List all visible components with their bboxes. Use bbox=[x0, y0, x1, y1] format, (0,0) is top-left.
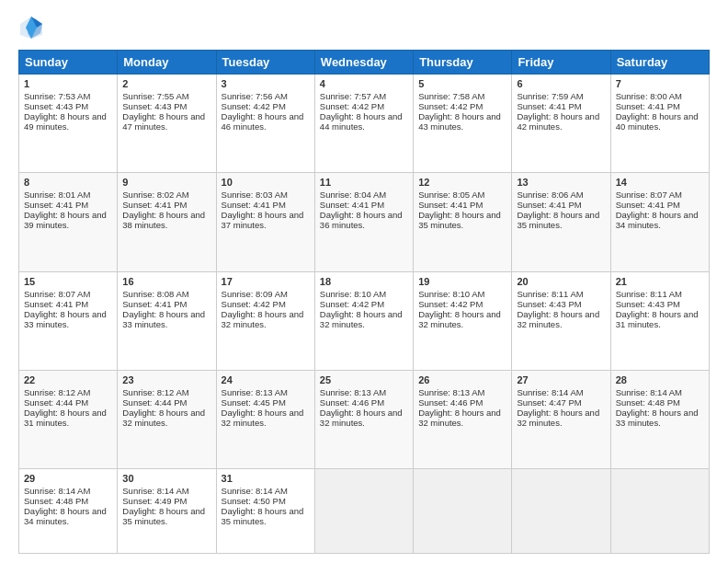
calendar-cell: 21Sunrise: 8:11 AMSunset: 4:43 PMDayligh… bbox=[610, 271, 709, 370]
day-number: 3 bbox=[222, 78, 310, 89]
sunrise-text: Sunrise: 8:13 AM bbox=[418, 387, 484, 397]
day-number: 18 bbox=[320, 276, 408, 287]
column-header-monday: Monday bbox=[118, 51, 216, 75]
week-row-2: 8Sunrise: 8:01 AMSunset: 4:41 PMDaylight… bbox=[19, 173, 710, 271]
calendar-cell: 17Sunrise: 8:09 AMSunset: 4:42 PMDayligh… bbox=[216, 271, 314, 370]
sunrise-text: Sunrise: 8:04 AM bbox=[320, 190, 386, 200]
daylight-text: Daylight: 8 hours and 47 minutes. bbox=[122, 111, 205, 132]
sunset-text: Sunset: 4:50 PM bbox=[222, 496, 286, 506]
sunrise-text: Sunrise: 8:14 AM bbox=[122, 486, 188, 496]
sunrise-text: Sunrise: 8:10 AM bbox=[320, 289, 386, 299]
sunset-text: Sunset: 4:41 PM bbox=[616, 200, 680, 210]
daylight-text: Daylight: 8 hours and 46 minutes. bbox=[222, 111, 304, 132]
calendar-cell bbox=[610, 469, 709, 554]
day-number: 16 bbox=[122, 276, 210, 287]
sunset-text: Sunset: 4:49 PM bbox=[122, 496, 187, 506]
sunset-text: Sunset: 4:41 PM bbox=[24, 299, 88, 309]
sunrise-text: Sunrise: 8:14 AM bbox=[517, 387, 583, 397]
sunrise-text: Sunrise: 8:13 AM bbox=[320, 387, 386, 397]
calendar-cell: 27Sunrise: 8:14 AMSunset: 4:47 PMDayligh… bbox=[512, 370, 610, 468]
sunset-text: Sunset: 4:41 PM bbox=[222, 200, 286, 210]
calendar-header-row: SundayMondayTuesdayWednesdayThursdayFrid… bbox=[19, 51, 710, 75]
sunset-text: Sunset: 4:43 PM bbox=[517, 299, 581, 309]
day-number: 23 bbox=[122, 374, 210, 385]
daylight-text: Daylight: 8 hours and 35 minutes. bbox=[418, 210, 501, 230]
calendar-cell: 13Sunrise: 8:06 AMSunset: 4:41 PMDayligh… bbox=[512, 173, 610, 271]
daylight-text: Daylight: 8 hours and 35 minutes. bbox=[222, 506, 304, 526]
sunset-text: Sunset: 4:47 PM bbox=[517, 397, 581, 408]
sunset-text: Sunset: 4:42 PM bbox=[222, 101, 286, 111]
sunrise-text: Sunrise: 8:14 AM bbox=[616, 387, 682, 397]
calendar-cell bbox=[314, 469, 413, 554]
calendar-cell: 16Sunrise: 8:08 AMSunset: 4:41 PMDayligh… bbox=[118, 271, 216, 370]
sunrise-text: Sunrise: 8:12 AM bbox=[24, 387, 90, 397]
day-number: 2 bbox=[122, 78, 210, 89]
sunrise-text: Sunrise: 8:13 AM bbox=[222, 387, 288, 397]
calendar-cell: 7Sunrise: 8:00 AMSunset: 4:41 PMDaylight… bbox=[610, 75, 709, 173]
sunset-text: Sunset: 4:48 PM bbox=[24, 496, 88, 506]
daylight-text: Daylight: 8 hours and 33 minutes. bbox=[616, 408, 699, 428]
week-row-3: 15Sunrise: 8:07 AMSunset: 4:41 PMDayligh… bbox=[19, 271, 710, 370]
daylight-text: Daylight: 8 hours and 31 minutes. bbox=[616, 309, 699, 329]
calendar-cell: 6Sunrise: 7:59 AMSunset: 4:41 PMDaylight… bbox=[512, 75, 610, 173]
day-number: 15 bbox=[24, 276, 112, 287]
sunset-text: Sunset: 4:43 PM bbox=[122, 101, 187, 111]
day-number: 1 bbox=[24, 78, 112, 89]
sunset-text: Sunset: 4:48 PM bbox=[616, 397, 680, 408]
calendar-cell: 25Sunrise: 8:13 AMSunset: 4:46 PMDayligh… bbox=[314, 370, 413, 468]
calendar-body: 1Sunrise: 7:53 AMSunset: 4:43 PMDaylight… bbox=[19, 75, 710, 554]
calendar-cell: 24Sunrise: 8:13 AMSunset: 4:45 PMDayligh… bbox=[216, 370, 314, 468]
calendar-cell: 29Sunrise: 8:14 AMSunset: 4:48 PMDayligh… bbox=[19, 469, 118, 554]
sunrise-text: Sunrise: 8:09 AM bbox=[222, 289, 288, 299]
sunset-text: Sunset: 4:43 PM bbox=[24, 101, 88, 111]
week-row-5: 29Sunrise: 8:14 AMSunset: 4:48 PMDayligh… bbox=[19, 469, 710, 554]
calendar-cell: 26Sunrise: 8:13 AMSunset: 4:46 PMDayligh… bbox=[414, 370, 512, 468]
sunset-text: Sunset: 4:41 PM bbox=[418, 200, 483, 210]
calendar-cell: 2Sunrise: 7:55 AMSunset: 4:43 PMDaylight… bbox=[118, 75, 216, 173]
calendar-cell: 19Sunrise: 8:10 AMSunset: 4:42 PMDayligh… bbox=[414, 271, 512, 370]
daylight-text: Daylight: 8 hours and 43 minutes. bbox=[418, 111, 501, 132]
day-number: 28 bbox=[616, 374, 704, 385]
sunset-text: Sunset: 4:42 PM bbox=[418, 299, 483, 309]
logo-icon bbox=[18, 15, 44, 40]
sunrise-text: Sunrise: 8:07 AM bbox=[24, 289, 90, 299]
sunrise-text: Sunrise: 8:11 AM bbox=[616, 289, 682, 299]
daylight-text: Daylight: 8 hours and 35 minutes. bbox=[517, 210, 599, 230]
day-number: 10 bbox=[222, 177, 310, 188]
sunset-text: Sunset: 4:41 PM bbox=[24, 200, 88, 210]
daylight-text: Daylight: 8 hours and 32 minutes. bbox=[517, 408, 599, 428]
sunset-text: Sunset: 4:44 PM bbox=[122, 397, 187, 408]
sunrise-text: Sunrise: 8:08 AM bbox=[122, 289, 188, 299]
day-number: 12 bbox=[418, 177, 506, 188]
daylight-text: Daylight: 8 hours and 32 minutes. bbox=[517, 309, 599, 329]
sunset-text: Sunset: 4:42 PM bbox=[418, 101, 483, 111]
daylight-text: Daylight: 8 hours and 40 minutes. bbox=[616, 111, 699, 132]
day-number: 22 bbox=[24, 374, 112, 385]
calendar-cell: 30Sunrise: 8:14 AMSunset: 4:49 PMDayligh… bbox=[118, 469, 216, 554]
sunrise-text: Sunrise: 8:12 AM bbox=[122, 387, 188, 397]
daylight-text: Daylight: 8 hours and 32 minutes. bbox=[122, 408, 205, 428]
daylight-text: Daylight: 8 hours and 32 minutes. bbox=[418, 309, 501, 329]
sunrise-text: Sunrise: 8:07 AM bbox=[616, 190, 682, 200]
day-number: 9 bbox=[122, 177, 210, 188]
column-header-saturday: Saturday bbox=[610, 51, 709, 75]
daylight-text: Daylight: 8 hours and 42 minutes. bbox=[517, 111, 599, 132]
sunset-text: Sunset: 4:42 PM bbox=[320, 101, 384, 111]
sunset-text: Sunset: 4:42 PM bbox=[222, 299, 286, 309]
calendar-cell: 14Sunrise: 8:07 AMSunset: 4:41 PMDayligh… bbox=[610, 173, 709, 271]
day-number: 25 bbox=[320, 374, 408, 385]
day-number: 26 bbox=[418, 374, 506, 385]
calendar-cell: 10Sunrise: 8:03 AMSunset: 4:41 PMDayligh… bbox=[216, 173, 314, 271]
daylight-text: Daylight: 8 hours and 39 minutes. bbox=[24, 210, 107, 230]
sunrise-text: Sunrise: 7:58 AM bbox=[418, 91, 484, 101]
sunset-text: Sunset: 4:41 PM bbox=[517, 101, 581, 111]
day-number: 8 bbox=[24, 177, 112, 188]
calendar-cell: 23Sunrise: 8:12 AMSunset: 4:44 PMDayligh… bbox=[118, 370, 216, 468]
calendar-cell: 3Sunrise: 7:56 AMSunset: 4:42 PMDaylight… bbox=[216, 75, 314, 173]
sunset-text: Sunset: 4:46 PM bbox=[418, 397, 483, 408]
daylight-text: Daylight: 8 hours and 33 minutes. bbox=[122, 309, 205, 329]
calendar-cell: 31Sunrise: 8:14 AMSunset: 4:50 PMDayligh… bbox=[216, 469, 314, 554]
sunrise-text: Sunrise: 8:02 AM bbox=[122, 190, 188, 200]
daylight-text: Daylight: 8 hours and 32 minutes. bbox=[320, 309, 403, 329]
sunrise-text: Sunrise: 8:11 AM bbox=[517, 289, 583, 299]
